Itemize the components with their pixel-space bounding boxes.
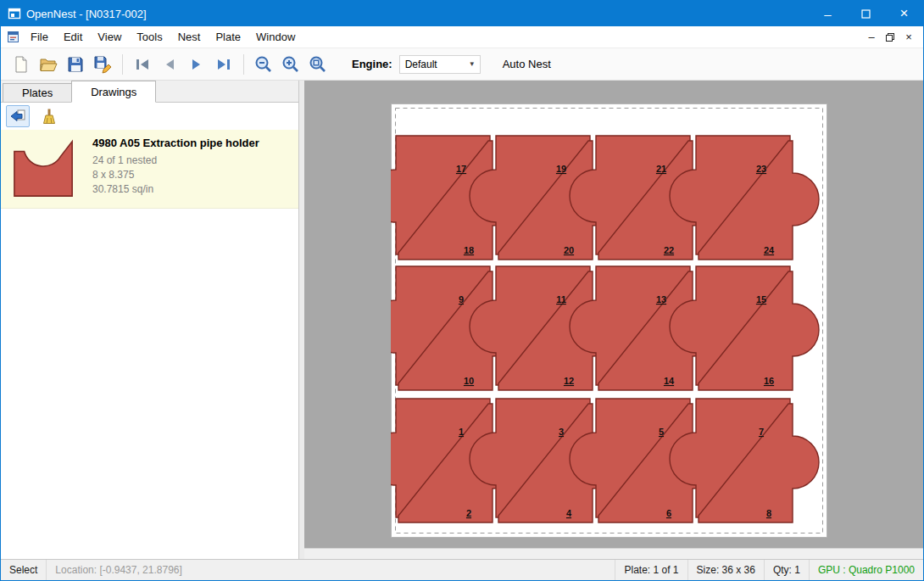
titlebar: OpenNest - [N0317-002] – × xyxy=(1,1,923,26)
part-number-13: 13 xyxy=(656,294,666,304)
menu-item-nest[interactable]: Nest xyxy=(170,27,209,47)
restore-icon xyxy=(885,32,895,42)
part-number-20: 20 xyxy=(564,245,574,255)
part-number-8: 8 xyxy=(766,508,771,518)
part-thumbnail xyxy=(8,135,81,201)
go-first-button[interactable] xyxy=(129,52,156,77)
go-next-icon xyxy=(187,55,206,74)
menu-item-file[interactable]: File xyxy=(23,27,56,47)
part-number-23: 23 xyxy=(756,164,766,174)
statusbar-size: Size: 36 x 36 xyxy=(687,560,764,580)
minimize-button[interactable]: – xyxy=(809,1,847,26)
new-file-icon xyxy=(12,55,31,74)
engine-value: Default xyxy=(405,59,437,70)
import-drawing-icon xyxy=(9,108,26,125)
save-icon xyxy=(66,55,85,74)
zoom-out-icon xyxy=(254,55,273,74)
part-number-16: 16 xyxy=(764,376,774,386)
zoom-fit-icon xyxy=(309,55,327,74)
part-number-18: 18 xyxy=(464,245,474,255)
sidebar: PlatesDrawings xyxy=(1,81,299,559)
zoom-out-button[interactable] xyxy=(250,52,277,77)
go-previous-icon xyxy=(160,55,179,74)
go-last-icon xyxy=(214,55,233,74)
part-number-3: 3 xyxy=(559,427,564,437)
part-number-2: 2 xyxy=(466,508,471,518)
toolbar: Engine: Default ▼ Auto Nest xyxy=(1,48,923,81)
document-icon xyxy=(7,31,19,43)
statusbar-spacer xyxy=(191,560,615,580)
mdi-restore-button[interactable] xyxy=(881,29,899,46)
save-edit-icon xyxy=(93,55,112,74)
go-first-icon xyxy=(133,55,152,74)
part-number-22: 22 xyxy=(664,245,674,255)
save-button[interactable] xyxy=(62,52,89,77)
mdi-minimize-button[interactable]: – xyxy=(862,29,881,46)
statusbar-qty: Qty: 1 xyxy=(764,560,809,580)
menu-item-edit[interactable]: Edit xyxy=(56,27,90,47)
drawing-title: 4980 A05 Extraction pipe holder xyxy=(92,137,259,149)
go-previous-button[interactable] xyxy=(156,52,183,77)
drawing-dimensions: 8 x 8.375 xyxy=(92,168,259,182)
drawing-list-item[interactable]: 4980 A05 Extraction pipe holder 24 of 1 … xyxy=(1,130,298,209)
engine-label: Engine: xyxy=(352,58,392,70)
maximize-button[interactable] xyxy=(847,1,885,26)
menu-item-tools[interactable]: Tools xyxy=(129,27,170,47)
tab-drawings[interactable]: Drawings xyxy=(71,81,156,103)
new-file-button[interactable] xyxy=(8,52,35,77)
sidebar-toolbar xyxy=(1,103,298,130)
maximize-icon xyxy=(861,9,871,19)
statusbar-mode: Select xyxy=(1,560,46,580)
close-button[interactable]: × xyxy=(885,1,923,26)
go-last-button[interactable] xyxy=(210,52,237,77)
nest-canvas[interactable]: 171819202122232491011121314151612345678 xyxy=(304,81,923,559)
drawing-area: 30.7815 sq/in xyxy=(92,182,259,197)
part-number-9: 9 xyxy=(459,294,464,304)
zoom-in-button[interactable] xyxy=(277,52,304,77)
import-drawing-button[interactable] xyxy=(6,105,30,127)
save-edit-button[interactable] xyxy=(89,52,116,77)
statusbar-gpu: GPU : Quadro P1000 xyxy=(809,560,923,580)
clear-drawings-button[interactable] xyxy=(36,105,60,127)
drawing-meta: 4980 A05 Extraction pipe holder 24 of 1 … xyxy=(92,135,259,201)
part-number-24: 24 xyxy=(764,245,775,255)
auto-nest-button[interactable]: Auto Nest xyxy=(503,58,551,70)
menu-item-view[interactable]: View xyxy=(90,27,129,47)
open-button[interactable] xyxy=(35,52,62,77)
toolbar-separator xyxy=(243,54,244,75)
horizontal-scrollbar[interactable] xyxy=(304,548,923,559)
part-number-1: 1 xyxy=(459,427,464,437)
tab-plates[interactable]: Plates xyxy=(3,83,72,102)
window-controls: – × xyxy=(809,1,923,26)
part-number-10: 10 xyxy=(464,376,474,386)
open-folder-icon xyxy=(39,55,58,74)
broom-icon xyxy=(40,108,57,125)
menu-item-plate[interactable]: Plate xyxy=(208,27,248,47)
menu: FileEditViewToolsNestPlateWindow xyxy=(23,27,303,47)
drawing-nested-count: 24 of 1 nested xyxy=(92,154,259,168)
part-number-15: 15 xyxy=(756,294,766,304)
part-number-5: 5 xyxy=(659,427,664,437)
go-next-button[interactable] xyxy=(183,52,210,77)
app-icon xyxy=(8,7,21,20)
tab-strip: PlatesDrawings xyxy=(1,81,298,103)
part-number-7: 7 xyxy=(759,427,764,437)
statusbar: Select Location: [-0.9437, 21.8796] Plat… xyxy=(1,559,923,580)
statusbar-location: Location: [-0.9437, 21.8796] xyxy=(46,560,190,580)
part-number-12: 12 xyxy=(564,376,574,386)
part-number-21: 21 xyxy=(656,164,666,174)
toolbar-separator xyxy=(122,54,123,75)
zoom-fit-button[interactable] xyxy=(304,52,331,77)
menu-item-window[interactable]: Window xyxy=(248,27,303,47)
part-number-6: 6 xyxy=(666,508,671,518)
part-number-17: 17 xyxy=(456,164,466,174)
mdi-window-controls: – × xyxy=(862,29,918,46)
part-number-19: 19 xyxy=(556,164,566,174)
mdi-close-button[interactable]: × xyxy=(899,29,918,46)
chevron-down-icon: ▼ xyxy=(469,60,480,68)
zoom-in-icon xyxy=(281,55,300,74)
engine-select[interactable]: Default ▼ xyxy=(399,55,481,74)
window-title: OpenNest - [N0317-002] xyxy=(26,8,147,20)
menubar: FileEditViewToolsNestPlateWindow – × xyxy=(1,26,923,48)
part-number-11: 11 xyxy=(556,294,566,304)
